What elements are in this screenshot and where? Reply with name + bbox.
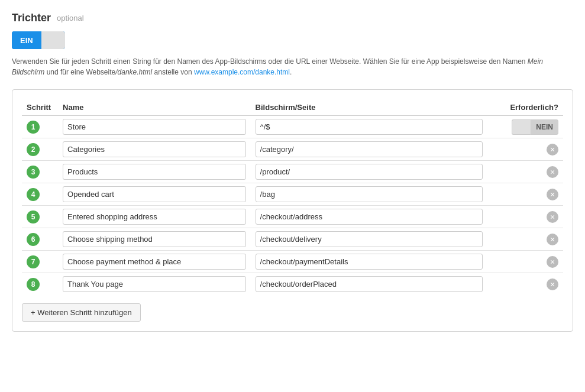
step-name-input[interactable]	[63, 186, 246, 202]
step-number-badge: 1	[27, 121, 40, 134]
step-number-badge: 3	[27, 166, 40, 179]
name-cell	[58, 273, 251, 296]
required-toggle-off[interactable]	[512, 119, 531, 135]
add-step-button[interactable]: + Weiteren Schritt hinzufügen	[22, 303, 141, 322]
table-row: 4×	[22, 183, 563, 206]
screen-cell	[251, 273, 487, 296]
table-row: 5×	[22, 206, 563, 228]
screen-cell	[251, 228, 487, 251]
required-cell: ×	[487, 138, 563, 161]
funnel-table-container: Schritt Name Bildschirm/Seite Erforderli…	[12, 89, 573, 332]
required-cell: ×	[487, 251, 563, 273]
step-number-badge: 8	[27, 278, 40, 291]
step-screen-input[interactable]	[256, 119, 483, 135]
step-name-input[interactable]	[63, 276, 246, 292]
col-header-required: Erforderlich?	[487, 99, 563, 116]
step-cell: 3	[22, 161, 58, 183]
header-row: Trichter optional	[12, 12, 573, 24]
step-name-input[interactable]	[63, 231, 246, 247]
step-name-input[interactable]	[63, 164, 246, 180]
page-title: Trichter	[12, 12, 51, 24]
step-cell: 5	[22, 206, 58, 228]
required-cell: ×	[487, 228, 563, 251]
step-screen-input[interactable]	[256, 186, 483, 202]
screen-cell	[251, 251, 487, 273]
desc-italic2: /danke.html	[115, 68, 152, 76]
description-text: Verwenden Sie für jeden Schritt einen St…	[12, 56, 556, 77]
table-row: 1NEIN	[22, 116, 563, 138]
step-screen-input[interactable]	[256, 254, 483, 270]
col-header-screen: Bildschirm/Seite	[251, 99, 487, 116]
step-name-input[interactable]	[63, 119, 246, 135]
remove-step-icon[interactable]: ×	[547, 256, 558, 268]
step-number-badge: 7	[27, 255, 40, 268]
table-row: 6×	[22, 228, 563, 251]
step-screen-input[interactable]	[256, 231, 483, 247]
desc-part2: und für eine Webseite	[44, 68, 115, 76]
name-cell	[58, 138, 251, 161]
remove-step-icon[interactable]: ×	[547, 278, 558, 290]
funnel-table: Schritt Name Bildschirm/Seite Erforderli…	[22, 99, 563, 295]
step-cell: 6	[22, 228, 58, 251]
step-number-badge: 5	[27, 210, 40, 223]
screen-cell	[251, 138, 487, 161]
remove-step-icon[interactable]: ×	[547, 211, 558, 223]
name-cell	[58, 183, 251, 206]
remove-step-icon[interactable]: ×	[547, 166, 558, 178]
toggle-switch[interactable]: EIN	[12, 31, 65, 49]
name-cell	[58, 161, 251, 183]
step-number-badge: 4	[27, 188, 40, 201]
step-cell: 8	[22, 273, 58, 296]
step-screen-input[interactable]	[256, 141, 483, 157]
step-cell: 7	[22, 251, 58, 273]
step-screen-input[interactable]	[256, 164, 483, 180]
step-name-input[interactable]	[63, 254, 246, 270]
screen-cell	[251, 183, 487, 206]
screen-cell	[251, 116, 487, 138]
required-cell: ×	[487, 273, 563, 296]
step-name-input[interactable]	[63, 141, 246, 157]
required-cell: ×	[487, 206, 563, 228]
required-nein-button[interactable]: NEIN	[531, 119, 558, 135]
desc-part4: .	[290, 68, 292, 76]
step-name-input[interactable]	[63, 209, 246, 225]
table-row: 2×	[22, 138, 563, 161]
toggle-on-label: EIN	[12, 31, 41, 49]
desc-part1: Verwenden Sie für jeden Schritt einen St…	[12, 57, 528, 66]
step-screen-input[interactable]	[256, 209, 483, 225]
screen-cell	[251, 161, 487, 183]
remove-step-icon[interactable]: ×	[547, 234, 558, 245]
step-cell: 1	[22, 116, 58, 138]
name-cell	[58, 251, 251, 273]
col-header-name: Name	[58, 99, 251, 116]
step-screen-input[interactable]	[256, 276, 483, 292]
name-cell	[58, 116, 251, 138]
required-cell: NEIN	[487, 116, 563, 138]
col-header-step: Schritt	[22, 99, 58, 116]
step-cell: 4	[22, 183, 58, 206]
required-toggle: NEIN	[492, 119, 558, 135]
toggle-off-area	[41, 31, 65, 49]
step-number-badge: 2	[27, 143, 40, 156]
toggle-container: EIN	[12, 31, 573, 49]
step-number-badge: 6	[27, 233, 40, 246]
desc-link[interactable]: www.example.com/danke.html	[194, 68, 290, 76]
name-cell	[58, 228, 251, 251]
step-cell: 2	[22, 138, 58, 161]
optional-label: optional	[57, 14, 84, 22]
table-row: 3×	[22, 161, 563, 183]
desc-part3: anstelle von	[152, 68, 194, 76]
table-row: 8×	[22, 273, 563, 296]
required-cell: ×	[487, 183, 563, 206]
remove-step-icon[interactable]: ×	[547, 189, 558, 200]
remove-step-icon[interactable]: ×	[547, 144, 558, 155]
required-cell: ×	[487, 161, 563, 183]
table-row: 7×	[22, 251, 563, 273]
screen-cell	[251, 206, 487, 228]
name-cell	[58, 206, 251, 228]
